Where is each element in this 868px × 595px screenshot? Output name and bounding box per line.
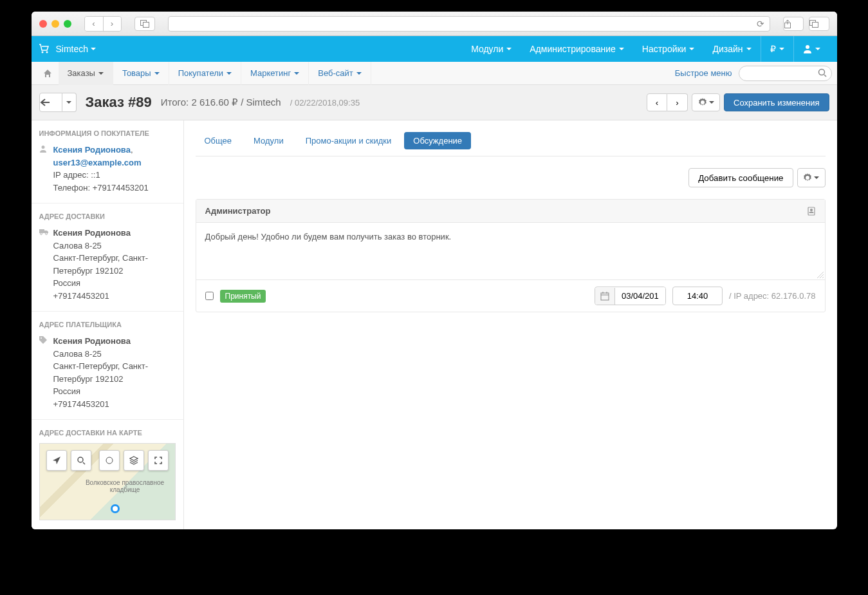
svg-point-6 bbox=[46, 52, 48, 53]
top-menu-admin[interactable]: Администрирование bbox=[521, 36, 633, 62]
browser-back[interactable]: ‹ bbox=[85, 17, 103, 31]
nav-orders[interactable]: Заказы bbox=[59, 62, 113, 85]
svg-point-10 bbox=[41, 146, 44, 149]
message-card-icon[interactable] bbox=[807, 207, 816, 216]
map-layers-icon[interactable] bbox=[124, 450, 144, 471]
svg-point-15 bbox=[78, 457, 83, 462]
back-button[interactable] bbox=[39, 93, 62, 112]
search-box[interactable] bbox=[739, 66, 832, 81]
top-menu-design[interactable]: Дизайн bbox=[703, 36, 760, 62]
sb-customer-title: ИНФОРМАЦИЯ О ПОКУПАТЕЛЕ bbox=[39, 129, 176, 137]
sb-map-title: АДРЕС ДОСТАВКИ НА КАРТЕ bbox=[39, 429, 176, 437]
tab-discussion[interactable]: Обсуждение bbox=[404, 132, 471, 149]
top-menu-user[interactable] bbox=[793, 36, 829, 62]
svg-point-13 bbox=[45, 233, 47, 235]
billing-addr2: Санкт-Петербург, Санкт-Петербург 192102 bbox=[53, 361, 149, 384]
date-input[interactable] bbox=[615, 287, 665, 305]
shipping-country: Россия bbox=[53, 278, 81, 288]
browser-forward[interactable]: › bbox=[103, 17, 121, 31]
top-menu-settings[interactable]: Настройки bbox=[633, 36, 704, 62]
next-order[interactable]: › bbox=[667, 93, 688, 111]
discussion-gear-dropdown[interactable] bbox=[797, 168, 826, 187]
nav-products[interactable]: Товары bbox=[113, 62, 169, 85]
nav-website[interactable]: Веб-сайт bbox=[309, 62, 371, 85]
message-author: Администратор bbox=[205, 206, 271, 216]
sb-billing-title: АДРЕС ПЛАТЕЛЬЩИКА bbox=[39, 321, 176, 328]
shipping-addr2: Санкт-Петербург, Санкт-Петербург 192102 bbox=[53, 253, 149, 276]
order-date: / 02/22/2018,09:35 bbox=[290, 98, 360, 108]
nav-marketing[interactable]: Маркетинг bbox=[241, 62, 309, 85]
top-menu-modules[interactable]: Модули bbox=[462, 36, 521, 62]
reload-icon[interactable]: ⟳ bbox=[757, 19, 764, 29]
macos-minimize[interactable] bbox=[51, 20, 59, 28]
message-checkbox[interactable] bbox=[205, 292, 214, 300]
brand-dropdown[interactable]: Simtech bbox=[56, 44, 97, 54]
save-button[interactable]: Сохранить изменения bbox=[724, 93, 829, 111]
time-input[interactable] bbox=[672, 287, 723, 305]
map-widget[interactable]: Волковское православное кладбище bbox=[39, 443, 176, 520]
billing-name: Ксения Родионова bbox=[53, 336, 131, 346]
svg-point-17 bbox=[106, 457, 113, 464]
browser-url-bar[interactable]: ⟳ bbox=[168, 16, 770, 32]
menu-bar: Заказы Товары Покупатели Маркетинг Веб-с… bbox=[32, 62, 837, 85]
user-icon bbox=[39, 145, 48, 194]
map-locate-icon[interactable] bbox=[46, 450, 67, 471]
message-text[interactable]: Добрый день! Удобно ли будем вам получит… bbox=[205, 232, 816, 270]
date-input-group[interactable] bbox=[595, 287, 666, 305]
cart-icon bbox=[39, 44, 50, 54]
order-total: Итого: 2 616.60 ₽ / Simtech bbox=[161, 97, 281, 108]
svg-point-5 bbox=[41, 52, 43, 53]
shipping-addr1: Салова 8-25 bbox=[53, 241, 102, 250]
home-icon[interactable] bbox=[37, 69, 59, 78]
customer-name-link[interactable]: Ксения Родионова bbox=[53, 145, 131, 155]
prev-order[interactable]: ‹ bbox=[647, 93, 667, 111]
svg-point-14 bbox=[41, 337, 42, 339]
message-block: Администратор Добрый день! Удобно ли буд… bbox=[196, 199, 826, 312]
svg-rect-11 bbox=[39, 229, 44, 233]
customer-email-link[interactable]: user13@example.com bbox=[53, 158, 142, 167]
tab-modules[interactable]: Модули bbox=[245, 132, 293, 149]
svg-point-19 bbox=[810, 209, 812, 211]
svg-point-7 bbox=[806, 45, 809, 49]
billing-addr1: Салова 8-25 bbox=[53, 349, 102, 359]
svg-line-16 bbox=[83, 462, 85, 464]
svg-line-9 bbox=[824, 75, 826, 77]
tab-promo[interactable]: Промо-акции и скидки bbox=[297, 132, 401, 149]
browser-tabs-icon[interactable] bbox=[134, 17, 155, 31]
macos-titlebar: ‹ › ⟳ bbox=[32, 12, 837, 36]
svg-line-22 bbox=[822, 277, 824, 278]
map-marker bbox=[111, 504, 120, 513]
shipping-name: Ксения Родионова bbox=[53, 228, 131, 238]
map-basemap-icon[interactable] bbox=[99, 450, 120, 471]
sb-shipping-title: АДРЕС ДОСТАВКИ bbox=[39, 212, 176, 220]
tag-icon bbox=[39, 336, 48, 410]
browser-tabs2-icon[interactable] bbox=[809, 17, 829, 31]
top-bar: Simtech Модули Администрирование Настрой… bbox=[32, 36, 837, 62]
macos-maximize[interactable] bbox=[64, 20, 71, 28]
caret-icon bbox=[91, 48, 96, 50]
resize-handle-icon[interactable] bbox=[817, 272, 824, 278]
map-search-icon[interactable] bbox=[71, 450, 91, 471]
order-gear-dropdown[interactable] bbox=[692, 93, 720, 111]
billing-phone: +79174453201 bbox=[53, 399, 109, 409]
svg-rect-4 bbox=[812, 22, 818, 27]
svg-rect-1 bbox=[143, 22, 149, 27]
search-icon[interactable] bbox=[818, 68, 827, 77]
macos-close[interactable] bbox=[39, 20, 47, 28]
subheader: Заказ #89 Итого: 2 616.60 ₽ / Simtech / … bbox=[32, 85, 837, 120]
svg-point-12 bbox=[40, 233, 42, 235]
status-badge[interactable]: Принятый bbox=[220, 290, 266, 303]
calendar-icon[interactable] bbox=[595, 288, 615, 305]
nav-customers[interactable]: Покупатели bbox=[169, 62, 241, 85]
map-fullscreen-icon[interactable] bbox=[148, 450, 169, 471]
sidebar: ИНФОРМАЦИЯ О ПОКУПАТЕЛЕ Ксения Родионова… bbox=[32, 120, 184, 529]
back-dropdown[interactable] bbox=[62, 93, 77, 112]
browser-share-icon[interactable] bbox=[783, 17, 804, 31]
brand-label: Simtech bbox=[56, 44, 89, 54]
quick-menu[interactable]: Быстрое меню bbox=[669, 68, 739, 78]
ip-info: / IP адрес: 62.176.0.78 bbox=[729, 291, 816, 301]
add-message-button[interactable]: Добавить сообщение bbox=[688, 168, 793, 187]
top-menu-currency[interactable]: ₽ bbox=[761, 36, 793, 62]
order-title: Заказ #89 bbox=[86, 94, 152, 111]
tab-general[interactable]: Общее bbox=[196, 132, 241, 149]
